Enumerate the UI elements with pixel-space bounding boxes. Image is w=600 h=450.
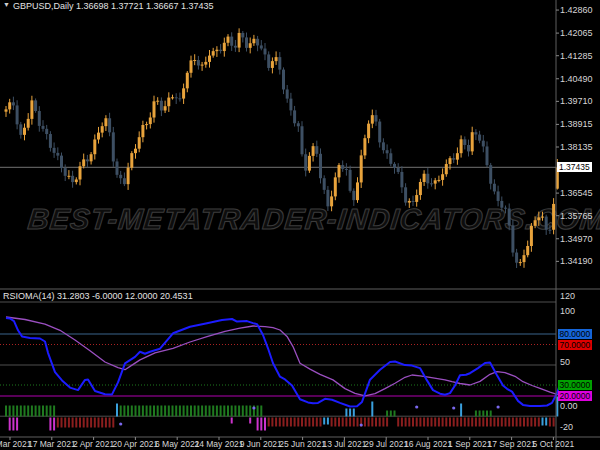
histogram-bar [453, 418, 455, 427]
histogram-bar [172, 406, 174, 417]
candle-body [338, 165, 341, 177]
candle-body [178, 98, 181, 99]
candle-body [60, 156, 63, 168]
candle-body [45, 129, 48, 134]
histogram-bar [197, 406, 199, 417]
histogram-bar [153, 406, 155, 417]
candle-body [127, 168, 130, 184]
candle-body [511, 226, 514, 253]
histogram-bar [412, 418, 414, 427]
histogram-bar [308, 418, 310, 427]
histogram-bar [283, 418, 285, 427]
indicator-level-20-label: 20.0000 [558, 391, 593, 401]
histogram-bar [490, 411, 492, 417]
candle-body [304, 154, 307, 170]
histogram-bar [175, 406, 177, 417]
candle-body [8, 102, 11, 109]
candle-body [12, 102, 15, 105]
candle-body [500, 201, 503, 208]
chart-title: GBPUSD,Daily 1.36698 1.37721 1.36667 1.3… [13, 1, 214, 11]
histogram-bar [323, 418, 325, 425]
candle-body [134, 149, 137, 153]
candle-body [515, 253, 518, 263]
price-axis-label: 1.39710 [560, 96, 593, 106]
histogram-bar [368, 418, 370, 427]
histogram-bar [109, 418, 111, 428]
candle-body [234, 46, 237, 48]
histogram-bar [35, 406, 37, 417]
candle-body [326, 190, 329, 206]
candle-body [245, 37, 248, 47]
price-axis-label: 1.42065 [560, 28, 593, 38]
histogram-bar [357, 418, 359, 427]
candle-body [145, 124, 148, 125]
histogram-bar [220, 406, 222, 417]
histogram-bar [519, 418, 521, 427]
candle-body [363, 138, 366, 155]
candle-body [312, 146, 315, 156]
candle-body [482, 141, 485, 147]
histogram-bar [364, 418, 366, 427]
histogram-bar [345, 418, 347, 427]
candle-body [64, 168, 67, 176]
histogram-bar [479, 418, 481, 427]
histogram-bar [12, 406, 14, 417]
histogram-bar [379, 418, 381, 427]
candle-body [278, 57, 281, 69]
histogram-bar [527, 418, 529, 427]
histogram-bar [157, 406, 159, 417]
chart-canvas[interactable] [0, 0, 600, 450]
candle-body [27, 119, 30, 128]
time-axis-label: 6 May 2021 [155, 439, 199, 449]
candle-body [104, 118, 107, 126]
histogram-bar [416, 418, 418, 427]
candle-body [530, 226, 533, 246]
histogram-bar [61, 418, 63, 428]
candle-body [441, 174, 444, 180]
indicator-axis-label: 100 [560, 306, 575, 316]
symbol-dropdown-icon[interactable]: ▼ [3, 1, 10, 8]
price-axis-label: 1.40490 [560, 74, 593, 84]
candle-body [308, 156, 311, 171]
histogram-bar [493, 418, 495, 427]
candle-body [504, 208, 507, 209]
histogram-bar [464, 418, 466, 427]
histogram-bar [49, 406, 51, 417]
histogram-bar [264, 418, 266, 431]
candle-body [393, 164, 396, 168]
histogram-bar [260, 406, 262, 417]
histogram-bar [209, 406, 211, 417]
candle-body [293, 110, 296, 123]
candle-body [449, 158, 452, 164]
candle-body [227, 37, 230, 43]
candle-body [378, 122, 381, 143]
candle-body [90, 154, 93, 161]
candle-body [508, 209, 511, 226]
histogram-bar [9, 406, 11, 417]
candle-body [541, 217, 544, 218]
histogram-bar [234, 406, 236, 417]
price-axis-label: 1.42860 [560, 5, 593, 15]
histogram-bar [286, 418, 288, 427]
candle-body [341, 165, 344, 169]
candle-body [349, 170, 352, 191]
candle-body [53, 148, 56, 153]
histogram-bar [486, 418, 488, 427]
histogram-bar [505, 418, 507, 427]
candle-body [545, 217, 548, 230]
candle-body [71, 176, 74, 182]
candle-body [16, 105, 19, 124]
candle-body [275, 57, 278, 61]
histogram-bar [120, 406, 122, 417]
candle-body [238, 33, 241, 48]
price-axis-label: 1.34970 [560, 234, 593, 244]
histogram-bar [434, 418, 436, 427]
histogram-bar [227, 406, 229, 417]
candle-body [42, 126, 45, 129]
histogram-bar [479, 411, 481, 417]
indicator-title: RSIOMA(14) 31.2803 -6.0000 12.0000 20.45… [3, 291, 193, 301]
candle-body [86, 159, 89, 161]
candle-body [345, 169, 348, 170]
candle-body [430, 183, 433, 184]
indicator-level-70-label: 70.0000 [558, 340, 593, 350]
